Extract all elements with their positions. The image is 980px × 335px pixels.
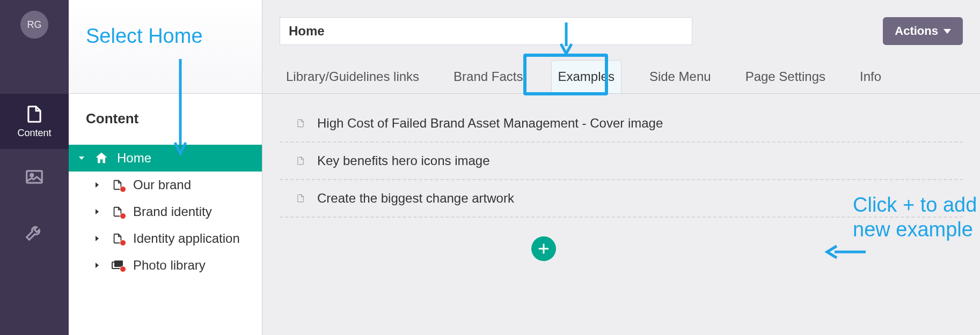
example-row[interactable]: Create the biggest change artwork xyxy=(280,180,963,218)
example-title: Key benefits hero icons image xyxy=(317,153,490,168)
avatar-initials: RG xyxy=(27,19,42,31)
avatar[interactable]: RG xyxy=(20,11,48,39)
sidebar: Content Home Our brand xyxy=(69,0,262,335)
sidebar-title: Content xyxy=(86,110,138,127)
svg-point-1 xyxy=(31,174,33,176)
tree-item-label: Photo library xyxy=(133,258,206,273)
document-icon xyxy=(296,117,308,129)
tab-label: Brand Facts xyxy=(454,69,523,84)
actions-button[interactable]: Actions xyxy=(883,17,963,45)
tab-bar: Library/Guidelines links Brand Facts Exa… xyxy=(280,60,888,93)
tree-item-label: Our brand xyxy=(133,177,191,192)
tree-item-home[interactable]: Home xyxy=(69,145,262,172)
chevron-down-icon xyxy=(78,155,86,161)
tab-label: Side Menu xyxy=(649,69,711,84)
page-icon xyxy=(109,232,126,245)
svg-rect-3 xyxy=(114,260,123,267)
plus-icon xyxy=(538,243,550,255)
home-icon xyxy=(93,151,109,166)
tree-item-label: Identity application xyxy=(133,231,240,246)
tree-item-photo-library[interactable]: Photo library xyxy=(69,252,262,279)
annotation-arrow-left-icon xyxy=(825,244,866,260)
example-row[interactable]: High Cost of Failed Brand Asset Manageme… xyxy=(280,105,963,143)
example-title: Create the biggest change artwork xyxy=(317,191,514,206)
tab-brand-facts[interactable]: Brand Facts xyxy=(447,60,529,93)
main-area: Actions Library/Guidelines links Brand F… xyxy=(262,0,980,335)
tab-label: Library/Guidelines links xyxy=(286,69,419,84)
rail-item-tools[interactable] xyxy=(0,204,69,259)
chevron-right-icon xyxy=(94,182,102,188)
chevron-right-icon xyxy=(94,209,102,215)
add-example-button[interactable] xyxy=(531,236,556,261)
example-row[interactable]: Key benefits hero icons image xyxy=(280,143,963,180)
tab-page-settings[interactable]: Page Settings xyxy=(739,60,832,93)
tab-library-guidelines[interactable]: Library/Guidelines links xyxy=(280,60,426,93)
tree-item-our-brand[interactable]: Our brand xyxy=(69,172,262,198)
tree-item-identity-application[interactable]: Identity application xyxy=(69,225,262,252)
document-icon xyxy=(24,104,45,124)
rail-item-images[interactable] xyxy=(0,149,69,204)
tab-examples[interactable]: Examples xyxy=(551,60,621,93)
annotation-text: new example xyxy=(853,218,973,241)
page-icon xyxy=(109,205,126,219)
document-icon xyxy=(296,192,308,204)
rail-item-label: Content xyxy=(17,128,51,139)
sidebar-header xyxy=(69,0,262,94)
tree-item-brand-identity[interactable]: Brand identity xyxy=(69,198,262,225)
page-icon xyxy=(109,178,126,192)
tree-item-label: Brand identity xyxy=(133,204,212,219)
chevron-right-icon xyxy=(94,235,102,242)
svg-rect-0 xyxy=(27,170,42,182)
wrench-icon xyxy=(24,222,45,242)
chevron-down-icon xyxy=(944,29,951,34)
example-title: High Cost of Failed Brand Asset Manageme… xyxy=(317,116,663,131)
tree-item-label: Home xyxy=(117,151,151,166)
chevron-right-icon xyxy=(94,262,102,269)
photo-stack-icon xyxy=(109,259,126,272)
actions-button-label: Actions xyxy=(895,24,938,38)
examples-list: High Cost of Failed Brand Asset Manageme… xyxy=(280,105,963,218)
rail-item-content[interactable]: Content xyxy=(0,94,69,149)
tab-side-menu[interactable]: Side Menu xyxy=(643,60,718,93)
tab-label: Page Settings xyxy=(745,69,825,84)
content-tree: Home Our brand Brand identity xyxy=(69,145,262,279)
document-icon xyxy=(296,155,308,167)
image-icon xyxy=(24,167,45,187)
tab-label: Examples xyxy=(558,69,615,84)
page-title-input[interactable] xyxy=(280,17,692,45)
tab-label: Info xyxy=(860,69,881,84)
header-band: Actions Library/Guidelines links Brand F… xyxy=(262,0,980,94)
left-nav-rail: RG Content xyxy=(0,0,69,335)
tab-info[interactable]: Info xyxy=(853,60,888,93)
